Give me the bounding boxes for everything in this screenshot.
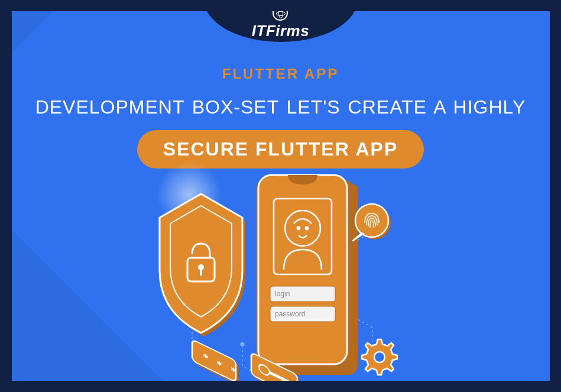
svg-point-26 xyxy=(374,352,385,362)
fingerprint-icon xyxy=(353,204,391,241)
globe-icon xyxy=(273,11,288,21)
headline-text: DEVELOPMENT BOX-SET LET'S CREATE A HIGHL… xyxy=(35,96,526,118)
eyebrow-text: FLUTTER APP xyxy=(222,66,339,82)
content-area: ITFirms FLUTTER APP DEVELOPMENT BOX-SET … xyxy=(12,11,550,381)
svg-point-12 xyxy=(305,227,307,229)
logo-notch: ITFirms xyxy=(204,11,358,42)
svg-rect-8 xyxy=(258,175,347,364)
shield-icon xyxy=(160,194,245,336)
svg-point-2 xyxy=(240,342,244,346)
brand-name: ITFirms xyxy=(252,22,309,40)
svg-point-11 xyxy=(297,227,299,229)
phone-icon: login password xyxy=(256,175,358,375)
password-label: password xyxy=(275,310,305,318)
gear-icon xyxy=(362,339,397,375)
svg-rect-7 xyxy=(200,268,202,276)
illustration: login password xyxy=(103,162,458,381)
login-label: login xyxy=(275,290,290,298)
password-tile-icon: ＊ ＊ ＊ xyxy=(192,339,239,381)
brand-logo: ITFirms xyxy=(252,11,309,40)
banner-frame: ITFirms FLUTTER APP DEVELOPMENT BOX-SET … xyxy=(12,11,550,381)
